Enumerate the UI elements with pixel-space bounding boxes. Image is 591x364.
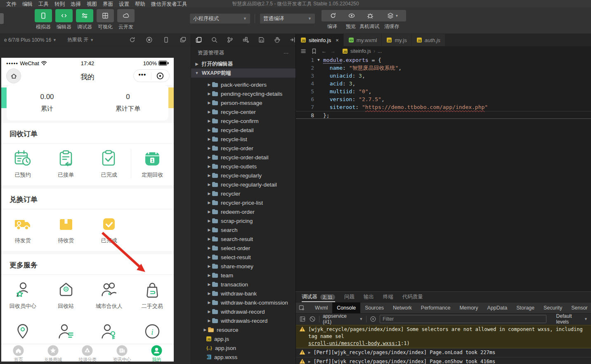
menu-item[interactable]: 选择 — [68, 1, 84, 7]
explorer-file[interactable]: JS app.js — [191, 334, 296, 343]
service-item-定期回收[interactable]: 1定期回收 — [131, 149, 174, 179]
log-levels-select[interactable]: Default levels ▼ — [556, 313, 588, 325]
editor-tab-my.wxml[interactable]: <>my.wxml — [344, 34, 382, 46]
devtools-tab-Sensor[interactable]: Sensor — [567, 303, 591, 313]
menu-item[interactable]: 界面 — [100, 1, 116, 7]
source-link[interactable]: scroll-uni/mescroll-body.wxss:1 — [308, 340, 401, 346]
inspect-element-icon[interactable] — [298, 305, 305, 312]
menu-item[interactable]: 文件 — [3, 1, 19, 7]
menu-item[interactable]: 设置 — [116, 1, 132, 7]
explorer-folder[interactable]: ▶ recycle-detail — [191, 125, 296, 135]
tab-资讯中心[interactable]: 资讯中心 — [105, 344, 139, 362]
explorer-folder[interactable]: ▶ withdrawals-record — [191, 316, 296, 325]
explorer-folder[interactable]: ▶ withdraw-bank-commission — [191, 298, 296, 307]
context-select[interactable]: appservice (#1) ▼ — [323, 313, 363, 325]
service-item-待收货[interactable]: 待收货 — [45, 215, 88, 244]
explorer-folder[interactable]: ▶ recycle-center — [191, 107, 296, 116]
menu-item[interactable]: 工具 — [35, 1, 52, 7]
nav-back-icon[interactable]: ← — [322, 48, 326, 54]
stat-orders[interactable]: 0 累计下单 — [87, 85, 168, 121]
devtools-tab-Memory[interactable]: Memory — [455, 303, 482, 313]
outline-list-icon[interactable] — [300, 48, 307, 54]
service-item-已接单[interactable]: 已接单 — [45, 149, 88, 179]
explorer-folder[interactable]: ▶ transaction — [191, 280, 296, 289]
expand-icon[interactable]: ▶ — [308, 358, 310, 364]
devtools-tab-Security[interactable]: Security — [539, 303, 567, 313]
debugger-tab-调试器[interactable]: 调试器 2, 11 — [302, 292, 335, 302]
breadcrumb[interactable]: JS siteinfo.js › ... — [342, 48, 382, 54]
service-item-回收站[interactable]: 回收站 — [45, 281, 88, 310]
explorer-folder[interactable]: ▶ withdraw-bank — [191, 289, 296, 298]
explorer-folder[interactable]: ▶ recycler — [191, 189, 296, 198]
explorer-folder[interactable]: ▶ recycle-regularly — [191, 171, 296, 180]
debugger-tab-问题[interactable]: 问题 — [344, 292, 355, 302]
files-icon[interactable] — [195, 36, 202, 43]
more-menu-button[interactable]: ••• — [139, 75, 147, 77]
record-icon[interactable] — [146, 36, 153, 43]
explorer-file[interactable]: app.wxss — [191, 352, 296, 362]
devtools-tab-Storage[interactable]: Storage — [512, 303, 539, 313]
code-area[interactable]: 1 ▼ module.exports = { 2 name: "智慧废品回收系统… — [296, 56, 591, 119]
more-actions-icon[interactable]: ⋯ — [284, 50, 289, 56]
search-icon[interactable] — [211, 36, 218, 43]
panel-toggle-icon[interactable] — [299, 316, 306, 322]
devtools-tab-AppData[interactable]: AppData — [483, 303, 512, 313]
project-root-folder[interactable]: ▼ WXAPP前端 — [191, 69, 296, 78]
explorer-folder[interactable]: ▶ withdrawal-record — [191, 307, 296, 316]
explorer-folder[interactable]: ▶ recycle-confirm — [191, 116, 296, 125]
toolbar-模拟器-button[interactable]: 模拟器 — [33, 9, 54, 31]
console-warning[interactable]: ! ▶[Perf][wjyk_recycle/pages/index/index… — [296, 357, 591, 364]
explorer-folder[interactable]: ▶ team — [191, 271, 296, 280]
collapse-sidebar-icon[interactable] — [289, 36, 296, 43]
explorer-folder[interactable]: ▶ redeem-order — [191, 207, 296, 216]
editor-tab-auth.js[interactable]: JSauth.js — [412, 34, 445, 46]
explorer-folder[interactable]: ▶ recycle-order — [191, 144, 296, 153]
tab-垃圾分类[interactable]: 垃圾分类 — [70, 344, 105, 362]
fold-icon[interactable]: ▼ — [314, 56, 323, 64]
service-item-已完成[interactable]: 已完成 — [87, 215, 131, 244]
menu-item[interactable]: 编辑 — [19, 1, 35, 7]
mode-select[interactable]: 小程序模式 ▼ — [190, 14, 250, 24]
explorer-folder[interactable]: ▶ recycle-regularly-detail — [191, 180, 296, 189]
devtools-tab-Performance[interactable]: Performance — [416, 303, 455, 313]
explorer-folder[interactable]: ▶ resource — [191, 325, 296, 334]
debugger-tab-代码质量[interactable]: 代码质量 — [402, 292, 423, 302]
service-item-回收员中心[interactable]: 回收员中心 — [1, 281, 45, 310]
tab-兑换商城[interactable]: 兑换商城 — [36, 344, 71, 362]
tab-首页[interactable]: 首页 — [1, 344, 36, 362]
explorer-folder[interactable]: ▶ search-result — [191, 234, 296, 243]
multi-window-icon[interactable] — [180, 36, 187, 43]
explorer-folder[interactable]: ▶ select-result — [191, 253, 296, 262]
toolbar-调试器-button[interactable]: 调试器 — [74, 9, 95, 31]
editor-tab-my.js[interactable]: JSmy.js — [382, 34, 411, 46]
explorer-folder[interactable]: ▶ search — [191, 225, 296, 234]
console-warning[interactable]: ! ▶[Perf][wjyk_recycle/pages/index/index… — [296, 348, 591, 357]
explorer-folder[interactable]: ▶ pending-recycling-details — [191, 89, 296, 98]
toolbar-可视化-button[interactable]: 可视化 — [95, 9, 116, 31]
devtools-tab-Console[interactable]: Console — [332, 303, 360, 313]
extensions-icon[interactable] — [242, 36, 249, 43]
explorer-folder[interactable]: ▶ recycle-outlets — [191, 162, 296, 171]
hot-reload-toggle[interactable]: 热重载 开 ▼ — [67, 36, 94, 43]
devtools-tab-Sources[interactable]: Sources — [360, 303, 388, 313]
service-item-已完成[interactable]: 已完成 — [87, 149, 131, 179]
editor-tab-siteinfo.js[interactable]: JSsiteinfo.js × — [296, 34, 344, 46]
clear-console-icon[interactable] — [309, 316, 316, 322]
explorer-folder[interactable]: ▶ recycle-order-detail — [191, 153, 296, 162]
menu-item[interactable]: 视图 — [84, 1, 100, 7]
explorer-folder[interactable]: ▶ select-order — [191, 243, 296, 253]
device-frame-icon[interactable] — [163, 36, 170, 43]
exit-miniprogram-button[interactable] — [156, 72, 164, 80]
device-select[interactable]: e 6/7/8 Plus 100% 16 ▼ — [4, 37, 57, 43]
expand-icon[interactable]: ▶ — [308, 349, 310, 356]
service-item-已预约[interactable]: 已预约 — [1, 149, 45, 179]
compile-mode-select[interactable]: 普通编译 ▼ — [260, 14, 315, 24]
rotate-device-icon[interactable] — [129, 36, 136, 43]
tab-我的[interactable]: 我的 — [139, 344, 174, 362]
toolbar-云开发-button[interactable]: 云开发 — [116, 9, 136, 31]
explorer-folder[interactable]: ▶ recycler-price-list — [191, 198, 296, 207]
toolbar-清缓存-button[interactable]: ▼ 清缓存 — [379, 10, 404, 30]
close-icon[interactable]: × — [336, 37, 339, 43]
service-item-二手交易[interactable]: 二手交易 — [131, 281, 174, 310]
service-item-待发货[interactable]: 待发货 — [1, 215, 45, 244]
